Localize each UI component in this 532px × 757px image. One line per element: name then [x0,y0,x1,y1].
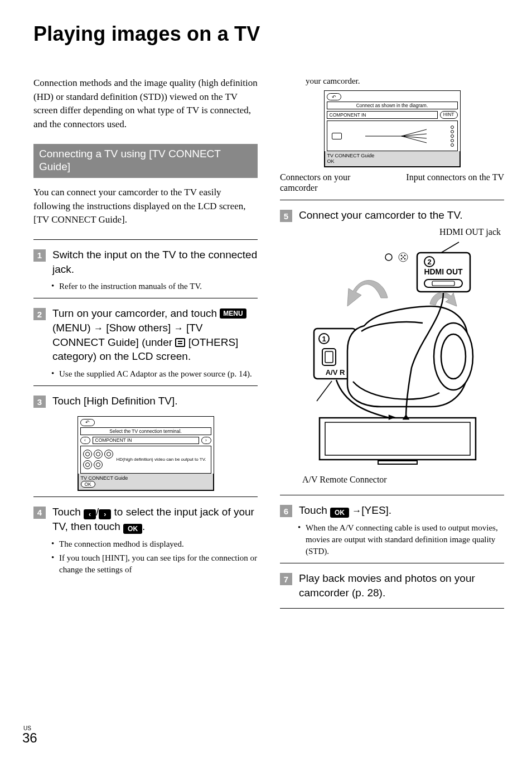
divider [33,298,258,298]
step-6: 6 Touch OK →[YES]. [280,503,504,518]
cable-icon [362,125,429,147]
step-number: 7 [280,573,292,585]
lcd-footer: TV CONNECT Guide OK [78,474,214,490]
page-number: 36 [22,730,37,745]
step-text: Play back movies and photos on your camc… [299,571,504,600]
lcd-title: Select the TV connection terminal. [80,427,211,435]
divider [280,608,504,609]
lcd-footer-label: TV CONNECT Guide [327,153,375,158]
step-7: 7 Play back movies and photos on your ca… [280,571,504,600]
page-footer: US 36 [22,725,37,746]
next-icon: › [201,437,211,444]
tv-inputs-icon [451,126,455,147]
divider [33,385,258,386]
step-text: Touch [High Definition TV]. [52,394,178,408]
ok-key-icon: OK [123,524,142,534]
divider [280,200,504,200]
step-text: Connect your camcorder to the TV. [299,208,463,223]
text: Turn on your camcorder, and touch [52,307,220,319]
divider [280,495,504,495]
hdmi-jack-label: HDMI OUT jack [280,227,501,237]
step-4: 4 Touch ‹/› to select the input jack of … [33,505,258,534]
intro-paragraph: Connection methods and the image quality… [33,76,258,132]
step-number: 4 [33,507,46,519]
svg-point-9 [401,258,402,259]
text: . [142,520,145,532]
step-text: Turn on your camcorder, and touch MENU (… [52,306,258,364]
hdmi-port-label: HDMI OUT [424,267,463,276]
right-column: your camcorder. ↶ Connect as shown in th… [280,76,504,616]
connection-diagram: 2 HDMI OUT 1 A/V R [292,239,492,467]
lcd-title: Connect as shown in the diagram. [327,102,458,109]
lcd-body [327,120,458,151]
divider [280,563,504,563]
back-icon: ↶ [80,419,95,426]
camcorder-icon [332,133,342,139]
others-category-icon [175,338,185,347]
svg-rect-21 [378,461,417,464]
label-left: Connectors on your camcorder [280,172,381,193]
text: [Show others] [106,322,173,334]
arrow-right-icon: → [352,505,361,516]
lcd-screenshot-step3: ↶ Select the TV connection terminal. ‹ C… [78,416,214,491]
lcd-ok: OK [327,158,335,164]
svg-text:1: 1 [322,335,326,343]
step-3: 3 Touch [High Definition TV]. [33,394,258,408]
menu-badge-icon: MENU [220,308,246,319]
lcd-screenshot-step4: ↶ Connect as shown in the diagram. COMPO… [324,90,461,167]
ok-key-icon: OK [330,508,349,518]
note: The connection medhod is displayed. [52,538,258,550]
left-column: Connection methods and the image quality… [33,76,258,616]
arrow-right-icon: → [94,323,103,334]
svg-point-11 [385,254,392,261]
svg-point-18 [441,334,466,379]
note: If you touch [HINT], you can see tips fo… [52,552,258,576]
step-text: Switch the input on the TV to the connec… [52,248,258,276]
step-4-continuation: your camcorder. [306,76,504,86]
hint-button: HINT [440,111,458,119]
step-6-notes: When the A/V connecting cable is used to… [299,522,504,557]
step-5: 5 Connect your camcorder to the TV. [280,208,504,223]
right-key-icon: › [99,509,111,519]
svg-point-10 [404,258,405,259]
step-number: 2 [33,308,46,320]
left-key-icon: ‹ [84,509,96,519]
lcd-footer-label: TV CONNECT Guide [81,475,128,481]
back-icon: ↶ [327,93,341,100]
step-1-notes: Refer to the instruction manuals of the … [52,281,258,292]
step-2: 2 Turn on your camcorder, and touch MENU… [33,306,258,364]
note: Refer to the instruction manuals of the … [52,281,258,292]
text: Touch [52,506,84,518]
prev-icon: ‹ [80,437,90,444]
svg-point-8 [404,255,405,256]
svg-point-6 [403,257,404,258]
svg-point-7 [401,255,402,256]
step-number: 5 [280,210,292,222]
text: Touch [299,504,330,516]
step-4-notes: The connection medhod is displayed. If y… [52,538,258,576]
lcd-tab: COMPONENT IN [93,437,199,444]
component-jacks-icon [83,450,113,469]
step-2-notes: Use the supplied AC Adaptor as the power… [52,368,258,380]
label-right: Input connectors on the TV [406,172,504,193]
step-text: Touch OK →[YES]. [299,503,391,518]
svg-rect-20 [325,422,470,455]
lcd-desc: HD(high definition) video can be output … [117,457,206,462]
lcd-body: HD(high definition) video can be output … [80,446,211,474]
text: [YES]. [361,504,391,516]
page-title: Playing images on a TV [33,22,504,46]
svg-text:2: 2 [427,258,431,266]
step-number: 3 [33,396,46,408]
step-number: 6 [280,505,292,517]
section-body: You can connect your camcorder to the TV… [33,186,258,227]
step-text: Touch ‹/› to select the input jack of yo… [52,505,258,534]
connector-labels: Connectors on your camcorder Input conne… [280,172,504,193]
divider [33,239,258,240]
section-heading: Connecting a TV using [TV CONNECT Guide] [33,144,258,179]
avr-connector-label: A/V Remote Connector [302,474,504,485]
step-1: 1 Switch the input on the TV to the conn… [33,248,258,276]
step-number: 1 [33,249,46,262]
text: (MENU) [52,322,94,334]
diagram-svg: 2 HDMI OUT 1 A/V R [292,239,492,465]
divider [33,496,258,497]
